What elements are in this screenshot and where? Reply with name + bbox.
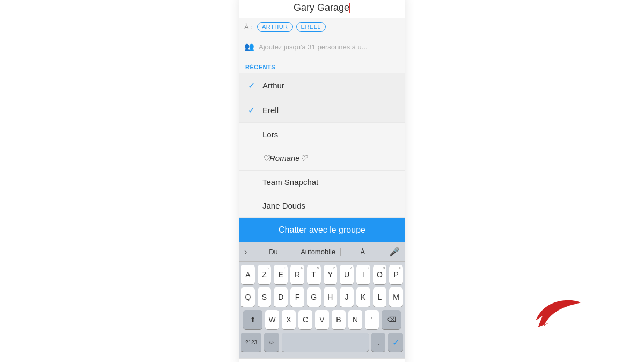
key-apostrophe[interactable]: ': [365, 310, 379, 329]
key-a[interactable]: A: [241, 265, 255, 284]
key-check[interactable]: ✓: [388, 333, 403, 352]
contact-name-jane-douds: Jane Douds: [262, 201, 305, 210]
keyboard: A 2Z 3E 4R 5T 6Y 7U 8I 9O 0P Q S D F G H…: [239, 262, 405, 358]
key-o[interactable]: 9O: [373, 265, 387, 284]
contact-item-arthur[interactable]: ✓ Arthur: [239, 73, 405, 98]
key-shift[interactable]: ⬆: [243, 310, 262, 329]
key-h[interactable]: H: [324, 287, 338, 307]
key-emoji[interactable]: ☺: [264, 333, 279, 352]
suggestion-expand-icon[interactable]: ›: [244, 247, 247, 257]
mic-icon[interactable]: 🎤: [389, 247, 400, 257]
key-l[interactable]: L: [373, 287, 387, 307]
keyboard-row-3: ⬆ W X C V B N ' ⌫: [241, 310, 403, 329]
key-g[interactable]: G: [307, 287, 321, 307]
contact-item-team-snapchat[interactable]: Team Snapchat: [239, 171, 405, 194]
check-icon-erell: ✓: [246, 105, 256, 115]
key-y[interactable]: 6Y: [324, 265, 338, 284]
contact-item-jane-douds[interactable]: Jane Douds: [239, 194, 405, 218]
recipients-area: À : ARTHUR ERELL: [239, 18, 405, 36]
red-arrow: [531, 292, 585, 335]
key-w[interactable]: W: [265, 310, 279, 329]
key-x[interactable]: X: [282, 310, 296, 329]
key-k[interactable]: K: [356, 287, 370, 307]
key-delete[interactable]: ⌫: [382, 310, 401, 329]
key-m[interactable]: M: [389, 287, 403, 307]
title-bar: Gary Garage: [239, 0, 405, 18]
key-dot[interactable]: .: [371, 333, 385, 352]
section-header: RÉCENTS: [239, 57, 405, 73]
recipients-row: À : ARTHUR ERELL: [244, 22, 400, 32]
key-b[interactable]: B: [332, 310, 346, 329]
contact-item-lors[interactable]: Lors: [239, 123, 405, 146]
keyboard-suggestion-bar: › Du Automobile À 🎤: [239, 242, 405, 262]
key-space[interactable]: [282, 333, 369, 352]
key-j[interactable]: J: [340, 287, 354, 307]
phone-container: Gary Garage À : ARTHUR ERELL 👥 Ajoutez j…: [239, 0, 405, 362]
key-t[interactable]: 5T: [307, 265, 321, 284]
suggestion-a[interactable]: À: [341, 248, 385, 256]
chat-button-label: Chatter avec le groupe: [279, 225, 365, 234]
keyboard-row-2: Q S D F G H J K L M: [241, 287, 403, 307]
contact-name-arthur: Arthur: [262, 81, 284, 90]
key-p[interactable]: 0P: [389, 265, 403, 284]
group-name-title[interactable]: Gary Garage: [294, 2, 349, 13]
recipient-chip-erell[interactable]: ERELL: [296, 22, 326, 32]
contact-item-erell[interactable]: ✓ Erell: [239, 98, 405, 123]
key-q[interactable]: Q: [241, 287, 255, 307]
key-d[interactable]: D: [274, 287, 288, 307]
check-icon-arthur: ✓: [246, 80, 256, 91]
contact-list: ✓ Arthur ✓ Erell Lors ♡Romane♡ Team Snap…: [239, 73, 405, 218]
key-u[interactable]: 7U: [340, 265, 354, 284]
add-people-icon: 👥: [244, 42, 254, 51]
suggestion-automobile[interactable]: Automobile: [296, 248, 341, 256]
key-f[interactable]: F: [290, 287, 304, 307]
contact-name-team-snapchat: Team Snapchat: [262, 178, 318, 187]
key-i[interactable]: 8I: [356, 265, 370, 284]
keyboard-row-4: ?123 ☺ . ✓: [241, 333, 403, 352]
recipient-chip-arthur[interactable]: ARTHUR: [257, 22, 293, 32]
key-c[interactable]: C: [298, 310, 312, 329]
contact-item-romane[interactable]: ♡Romane♡: [239, 146, 405, 171]
text-cursor: [349, 3, 350, 13]
keyboard-row-1: A 2Z 3E 4R 5T 6Y 7U 8I 9O 0P: [241, 265, 403, 284]
key-e[interactable]: 3E: [274, 265, 288, 284]
key-r[interactable]: 4R: [290, 265, 304, 284]
key-n[interactable]: N: [348, 310, 362, 329]
contact-name-erell: Erell: [262, 106, 279, 115]
key-z[interactable]: 2Z: [258, 265, 272, 284]
key-numbers[interactable]: ?123: [241, 333, 261, 352]
to-label: À :: [244, 23, 253, 31]
add-people-row[interactable]: 👥 Ajoutez jusqu'à 31 personnes à u...: [239, 36, 405, 57]
key-v[interactable]: V: [315, 310, 329, 329]
bottom-nav: [239, 358, 405, 362]
section-header-text: RÉCENTS: [245, 64, 275, 70]
contact-name-romane: ♡Romane♡: [262, 153, 307, 163]
contact-name-lors: Lors: [262, 130, 278, 139]
suggestion-du[interactable]: Du: [251, 248, 295, 256]
add-people-text: Ajoutez jusqu'à 31 personnes à u...: [259, 43, 368, 51]
chat-button[interactable]: Chatter avec le groupe: [239, 218, 405, 242]
key-s[interactable]: S: [258, 287, 272, 307]
